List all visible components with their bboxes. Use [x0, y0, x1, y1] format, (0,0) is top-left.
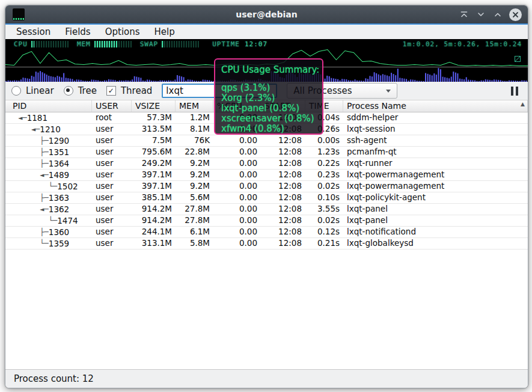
tree-connector[interactable]: └─	[14, 239, 49, 249]
cell-cpu: 0.00	[213, 181, 261, 192]
cell-vsize: 313.1M	[132, 238, 176, 249]
cell-cpu: 0.00	[213, 204, 261, 215]
tree-connector[interactable]: ├─	[14, 136, 49, 146]
table-row[interactable]: ◄─1362 user 914.2M 27.8M 0.00 12:08 3.55…	[5, 204, 528, 215]
statusbar: Process count: 12	[5, 369, 528, 388]
cell-start: 12:08	[261, 147, 305, 158]
cell-cpu: 0.00	[213, 135, 261, 146]
menu-fields[interactable]: Fields	[59, 26, 96, 38]
chevron-down-icon	[477, 10, 485, 19]
maximize-button[interactable]	[492, 9, 503, 20]
cell-mem: 5.6M	[176, 192, 213, 203]
keep-above-icon	[460, 10, 468, 19]
cell-mem: 9.2M	[176, 158, 213, 169]
table-row[interactable]: ├─1360 user 244.1M 6.1M 0.00 12:08 0.12s…	[5, 227, 528, 238]
tree-connector[interactable]: ◄─	[14, 204, 49, 215]
cell-vsize: 57.3M	[132, 112, 176, 123]
cell-vsize: 914.2M	[132, 204, 176, 215]
close-icon	[512, 11, 519, 18]
column-header-vsize[interactable]: VSIZE	[132, 100, 176, 112]
cell-process-name: lxqt-powermanagement	[343, 170, 528, 180]
table-row[interactable]: ◄─1489 user 397.1M 9.2M 0.00 12:08 0.23s…	[5, 170, 528, 181]
tree-connector[interactable]: ├─	[14, 193, 49, 203]
combo-arrow-icon	[386, 90, 391, 93]
tree-connector[interactable]: ◄─	[14, 170, 49, 180]
table-empty-area[interactable]	[5, 250, 528, 369]
menu-options[interactable]: Options	[99, 26, 146, 38]
cell-time: 0.02s	[305, 215, 343, 226]
tree-connector[interactable]: ├─	[14, 147, 49, 158]
cell-cpu: 0.00	[213, 192, 261, 203]
mem-meter	[94, 41, 132, 47]
menu-help[interactable]: Help	[148, 26, 181, 38]
cell-user: user	[92, 227, 132, 237]
cell-time: 0.10s	[305, 192, 343, 203]
keep-above-button[interactable]	[459, 9, 469, 20]
cell-mem: 27.8M	[176, 215, 213, 226]
tree-connector[interactable]: ◄─	[14, 124, 40, 135]
column-header-mem[interactable]: MEM	[176, 100, 213, 112]
cell-mem: 6.1M	[176, 227, 213, 237]
tree-connector[interactable]: ├─	[14, 159, 49, 169]
cell-pid: 1290	[49, 136, 69, 146]
linear-radio[interactable]	[11, 86, 21, 96]
table-row[interactable]: ├─1364 user 249.2M 9.2M 0.00 12:08 0.22s…	[5, 158, 528, 170]
close-button[interactable]	[509, 8, 522, 21]
tree-connector[interactable]: └─	[14, 216, 57, 226]
cell-process-name: lxqt-session	[343, 124, 528, 135]
cpu-meter	[31, 41, 69, 47]
tree-connector[interactable]: ├─	[14, 227, 49, 237]
tooltip-item: qps (3.1%)	[221, 83, 316, 93]
tooltip-item: xscreensaver (0.8%)	[221, 114, 316, 124]
cell-mem: 22.8M	[176, 147, 213, 158]
pointer-glyph	[515, 56, 521, 62]
cell-user: root	[92, 112, 132, 123]
table-row[interactable]: ├─1363 user 385.1M 5.6M 0.00 12:08 0.10s…	[5, 192, 528, 204]
table-row[interactable]: └─1474 user 914.2M 27.8M 0.00 12:08 0.02…	[5, 215, 528, 227]
cell-vsize: 249.2M	[132, 158, 176, 169]
cell-mem: 9.2M	[176, 170, 213, 180]
table-row[interactable]: └─1502 user 397.1M 9.2M 0.00 12:08 0.02s…	[5, 181, 528, 192]
cell-mem: 27.8M	[176, 204, 213, 215]
column-header-pid[interactable]: PID	[5, 100, 92, 112]
linear-label[interactable]: Linear	[26, 85, 54, 96]
cell-user: user	[92, 204, 132, 215]
cell-time: 0.00s	[305, 135, 343, 146]
cell-mem: 1.2M	[176, 112, 213, 123]
table-row[interactable]: ├─1290 user 7.5M 76K 0.00 12:08 0.00s ss…	[5, 135, 528, 147]
cell-vsize: 914.2M	[132, 215, 176, 226]
cell-start: 12:08	[261, 238, 305, 249]
cell-time: 0.21s	[305, 238, 343, 249]
cell-pid: 1502	[57, 182, 78, 192]
menubar: Session Fields Options Help	[5, 25, 528, 39]
cell-cpu: 0.00	[213, 170, 261, 180]
column-header-process-name[interactable]: Process Name	[343, 100, 528, 112]
tree-connector[interactable]: └─	[14, 182, 57, 192]
column-header-user[interactable]: USER	[92, 100, 132, 112]
swap-lcd-label: SWAP	[140, 40, 159, 48]
cell-pid: 1359	[49, 239, 69, 249]
cell-pid: 1351	[49, 147, 69, 158]
cell-process-name: lxqt-runner	[343, 158, 528, 169]
thread-checkbox[interactable]: ✓	[106, 86, 116, 96]
minimize-button[interactable]	[475, 9, 486, 20]
titlebar[interactable]: user@debian	[5, 5, 528, 25]
tree-label[interactable]: Tree	[78, 85, 97, 96]
cell-time: 0.12s	[305, 227, 343, 237]
pause-icon	[511, 87, 513, 96]
tree-radio[interactable]	[64, 86, 73, 96]
sort-indicator-icon[interactable]: ▲	[521, 101, 525, 107]
cell-mem: 5.8M	[176, 238, 213, 249]
cell-user: user	[92, 238, 132, 249]
tree-connector[interactable]: ◄─	[14, 113, 27, 123]
cell-cpu: 0.00	[213, 227, 261, 237]
cell-vsize: 7.5M	[132, 135, 176, 146]
menu-session[interactable]: Session	[10, 26, 57, 38]
cell-start: 12:08	[261, 181, 305, 192]
cell-pid: 1360	[49, 227, 69, 237]
table-row[interactable]: └─1359 user 313.1M 5.8M 0.00 12:08 0.21s…	[5, 238, 528, 250]
swap-meter	[162, 41, 199, 47]
thread-label[interactable]: Thread	[121, 85, 152, 96]
table-row[interactable]: ├─1351 user 795.6M 22.8M 0.00 12:08 1.23…	[5, 147, 528, 158]
pause-button[interactable]	[507, 85, 522, 97]
